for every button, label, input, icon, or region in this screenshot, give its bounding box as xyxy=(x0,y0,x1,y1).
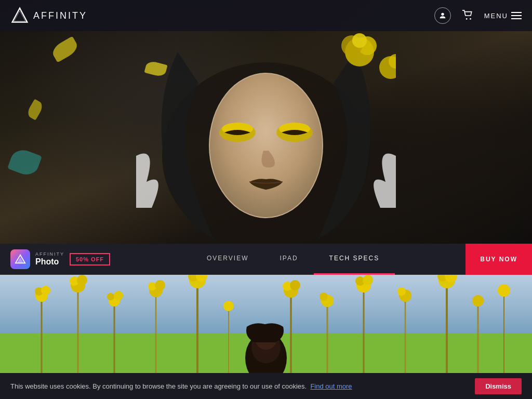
svg-point-44 xyxy=(155,280,165,290)
hero-face-art xyxy=(136,0,396,247)
cookie-bar: This website uses cookies. By continuing… xyxy=(0,373,532,399)
brand-name: AFFINITY xyxy=(33,10,87,21)
svg-point-10 xyxy=(352,33,367,48)
cookie-dismiss-button[interactable]: Dismiss xyxy=(475,378,522,394)
svg-point-41 xyxy=(114,291,123,300)
sticky-product-nav: AFFINITY Photo 50% OFF OVERVIEW IPAD TEC… xyxy=(0,244,532,275)
product-name: Photo xyxy=(35,257,64,267)
cart-icon xyxy=(462,10,473,21)
svg-point-35 xyxy=(41,286,50,295)
brand-text: AFFINITY Photo xyxy=(35,252,64,266)
tab-ipad[interactable]: IPAD xyxy=(264,244,313,275)
svg-point-56 xyxy=(363,275,373,285)
nav-right-actions: MENU xyxy=(434,7,522,24)
tab-overview[interactable]: OVERVIEW xyxy=(191,244,264,275)
sticky-tabs: OVERVIEW IPAD TECH SPECS xyxy=(121,244,466,275)
cart-button[interactable] xyxy=(459,7,476,24)
product-icon xyxy=(10,249,30,269)
affinity-photo-logo xyxy=(15,254,26,265)
menu-button[interactable]: MENU xyxy=(484,12,522,20)
main-navbar: AFFINITY MENU xyxy=(0,0,532,31)
sticky-brand: AFFINITY Photo 50% OFF xyxy=(0,249,121,269)
svg-point-15 xyxy=(441,13,444,16)
discount-badge[interactable]: 50% OFF xyxy=(70,253,110,265)
svg-point-48 xyxy=(223,301,234,311)
svg-point-58 xyxy=(397,287,406,296)
cookie-find-out-more-link[interactable]: Find out more xyxy=(310,382,352,390)
menu-label: MENU xyxy=(484,12,508,20)
hero-image xyxy=(0,0,532,247)
user-icon xyxy=(438,11,447,20)
svg-point-62 xyxy=(472,295,484,307)
svg-point-38 xyxy=(77,275,87,285)
svg-point-17 xyxy=(470,18,471,20)
plant-illustration xyxy=(0,275,532,373)
logo-area[interactable]: AFFINITY xyxy=(10,6,87,25)
lower-hero-image xyxy=(0,275,532,373)
cookie-message: This website uses cookies. By continuing… xyxy=(10,382,352,390)
svg-point-2 xyxy=(210,74,322,217)
svg-point-16 xyxy=(466,18,468,20)
buy-now-button[interactable]: BUY NOW xyxy=(466,244,532,275)
affinity-logo-icon xyxy=(10,6,29,25)
svg-point-53 xyxy=(320,292,328,301)
svg-point-40 xyxy=(107,293,114,300)
svg-point-63 xyxy=(498,284,510,297)
product-brand-small: AFFINITY xyxy=(35,252,64,257)
hamburger-icon xyxy=(511,12,522,19)
tab-tech-specs[interactable]: TECH SPECS xyxy=(314,244,395,275)
svg-point-51 xyxy=(290,280,300,290)
account-button[interactable] xyxy=(434,7,451,24)
